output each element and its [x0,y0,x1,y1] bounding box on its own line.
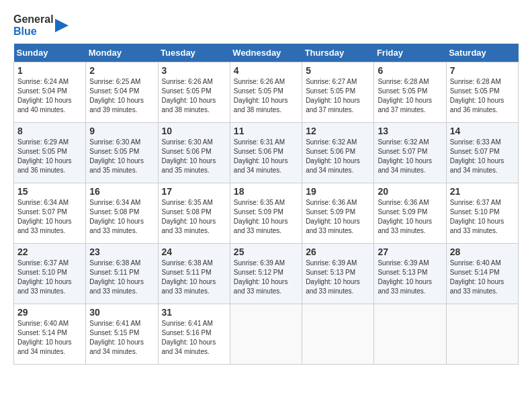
sunrise-label: Sunrise: 6:30 AM [162,138,213,146]
weekday-header: Sunday [14,44,86,62]
sunset-label: Sunset: 5:09 PM [234,208,283,216]
sunset-label: Sunset: 5:11 PM [89,269,139,276]
day-number: 20 [378,186,442,197]
calendar-cell: 23 Sunrise: 6:38 AM Sunset: 5:11 PM Dayl… [86,244,158,304]
sunset-label: Sunset: 5:08 PM [162,208,212,216]
daylight-label: Daylight: 10 hours and 39 minutes. [89,97,144,113]
sunset-label: Sunset: 5:07 PM [378,148,427,155]
calendar-cell [374,304,446,365]
daylight-label: Daylight: 10 hours and 33 minutes. [17,278,72,295]
calendar-cell: 31 Sunrise: 6:41 AM Sunset: 5:16 PM Dayl… [158,304,230,365]
daylight-label: Daylight: 10 hours and 36 minutes. [17,157,72,174]
sunset-label: Sunset: 5:09 PM [306,208,355,216]
day-info: Sunrise: 6:30 AM Sunset: 5:05 PM Dayligh… [89,138,154,175]
day-number: 13 [378,126,442,136]
sunset-label: Sunset: 5:13 PM [306,269,355,276]
sunrise-label: Sunrise: 6:39 AM [234,259,285,267]
calendar-week-row: 8 Sunrise: 6:29 AM Sunset: 5:05 PM Dayli… [14,123,519,183]
daylight-label: Daylight: 10 hours and 34 minutes. [378,157,432,174]
calendar-cell: 19 Sunrise: 6:36 AM Sunset: 5:09 PM Dayl… [302,183,374,244]
calendar-cell: 4 Sunrise: 6:26 AM Sunset: 5:05 PM Dayli… [230,62,302,123]
day-info: Sunrise: 6:37 AM Sunset: 5:10 PM Dayligh… [450,198,515,236]
daylight-label: Daylight: 10 hours and 38 minutes. [162,97,216,113]
sunrise-label: Sunrise: 6:35 AM [234,199,285,206]
sunset-label: Sunset: 5:05 PM [306,87,355,95]
calendar-week-row: 15 Sunrise: 6:34 AM Sunset: 5:07 PM Dayl… [14,183,519,244]
day-number: 24 [162,246,226,257]
daylight-label: Daylight: 10 hours and 33 minutes. [450,278,504,295]
day-number: 28 [450,246,515,257]
calendar-cell: 8 Sunrise: 6:29 AM Sunset: 5:05 PM Dayli… [14,123,86,183]
sunset-label: Sunset: 5:08 PM [89,208,139,216]
sunrise-label: Sunrise: 6:36 AM [306,199,357,206]
calendar-cell: 5 Sunrise: 6:27 AM Sunset: 5:05 PM Dayli… [302,62,374,123]
sunset-label: Sunset: 5:09 PM [378,208,427,216]
day-number: 16 [89,186,154,197]
day-info: Sunrise: 6:39 AM Sunset: 5:13 PM Dayligh… [306,259,370,296]
calendar-cell: 27 Sunrise: 6:39 AM Sunset: 5:13 PM Dayl… [374,244,446,304]
sunrise-label: Sunrise: 6:38 AM [162,259,213,267]
day-number: 5 [306,65,370,76]
weekday-header: Friday [374,44,446,62]
day-number: 17 [162,186,226,197]
daylight-label: Daylight: 10 hours and 33 minutes. [162,278,216,295]
day-number: 29 [17,307,82,318]
sunrise-label: Sunrise: 6:36 AM [378,199,429,206]
daylight-label: Daylight: 10 hours and 34 minutes. [234,157,288,174]
day-number: 10 [162,126,226,136]
sunrise-label: Sunrise: 6:31 AM [234,138,285,146]
weekday-header: Thursday [302,44,374,62]
day-number: 6 [378,65,442,76]
calendar-cell: 29 Sunrise: 6:40 AM Sunset: 5:14 PM Dayl… [14,304,86,365]
day-number: 15 [17,186,82,197]
day-number: 22 [17,246,82,257]
daylight-label: Daylight: 10 hours and 33 minutes. [306,218,360,234]
day-info: Sunrise: 6:37 AM Sunset: 5:10 PM Dayligh… [17,259,82,296]
day-info: Sunrise: 6:28 AM Sunset: 5:05 PM Dayligh… [450,77,515,115]
sunset-label: Sunset: 5:10 PM [450,208,500,216]
daylight-label: Daylight: 10 hours and 40 minutes. [17,97,72,113]
day-info: Sunrise: 6:40 AM Sunset: 5:14 PM Dayligh… [17,319,82,357]
sunrise-label: Sunrise: 6:30 AM [89,138,140,146]
day-number: 9 [89,126,154,136]
calendar-cell: 20 Sunrise: 6:36 AM Sunset: 5:09 PM Dayl… [374,183,446,244]
sunset-label: Sunset: 5:05 PM [162,87,212,95]
day-info: Sunrise: 6:41 AM Sunset: 5:16 PM Dayligh… [162,319,226,357]
day-info: Sunrise: 6:38 AM Sunset: 5:11 PM Dayligh… [89,259,154,296]
day-info: Sunrise: 6:32 AM Sunset: 5:07 PM Dayligh… [378,138,442,175]
daylight-label: Daylight: 10 hours and 33 minutes. [162,218,216,234]
sunrise-label: Sunrise: 6:40 AM [450,259,501,267]
sunrise-label: Sunrise: 6:39 AM [306,259,357,267]
calendar-cell [302,304,374,365]
sunset-label: Sunset: 5:07 PM [450,148,500,155]
day-info: Sunrise: 6:29 AM Sunset: 5:05 PM Dayligh… [17,138,82,175]
calendar-cell: 3 Sunrise: 6:26 AM Sunset: 5:05 PM Dayli… [158,62,230,123]
day-info: Sunrise: 6:34 AM Sunset: 5:07 PM Dayligh… [17,198,82,236]
day-number: 12 [306,126,370,136]
calendar-cell: 22 Sunrise: 6:37 AM Sunset: 5:10 PM Dayl… [14,244,86,304]
logo-line1: General [13,13,54,26]
day-number: 3 [162,65,226,76]
sunset-label: Sunset: 5:14 PM [450,269,500,276]
day-info: Sunrise: 6:35 AM Sunset: 5:08 PM Dayligh… [162,198,226,236]
day-number: 19 [306,186,370,197]
sunset-label: Sunset: 5:11 PM [162,269,212,276]
sunrise-label: Sunrise: 6:27 AM [306,78,357,85]
sunset-label: Sunset: 5:13 PM [378,269,427,276]
daylight-label: Daylight: 10 hours and 36 minutes. [450,97,504,113]
calendar-table: SundayMondayTuesdayWednesdayThursdayFrid… [13,44,519,365]
calendar-week-row: 22 Sunrise: 6:37 AM Sunset: 5:10 PM Dayl… [14,244,519,304]
calendar-cell: 16 Sunrise: 6:34 AM Sunset: 5:08 PM Dayl… [86,183,158,244]
day-info: Sunrise: 6:41 AM Sunset: 5:15 PM Dayligh… [89,319,154,357]
day-number: 30 [89,307,154,318]
day-number: 27 [378,246,442,257]
daylight-label: Daylight: 10 hours and 33 minutes. [378,218,432,234]
day-info: Sunrise: 6:27 AM Sunset: 5:05 PM Dayligh… [306,77,370,115]
daylight-label: Daylight: 10 hours and 34 minutes. [17,338,72,355]
day-info: Sunrise: 6:36 AM Sunset: 5:09 PM Dayligh… [378,198,442,236]
day-number: 14 [450,126,515,136]
sunrise-label: Sunrise: 6:41 AM [162,320,213,327]
day-info: Sunrise: 6:26 AM Sunset: 5:05 PM Dayligh… [234,77,298,115]
calendar-cell: 24 Sunrise: 6:38 AM Sunset: 5:11 PM Dayl… [158,244,230,304]
calendar-cell: 12 Sunrise: 6:32 AM Sunset: 5:06 PM Dayl… [302,123,374,183]
